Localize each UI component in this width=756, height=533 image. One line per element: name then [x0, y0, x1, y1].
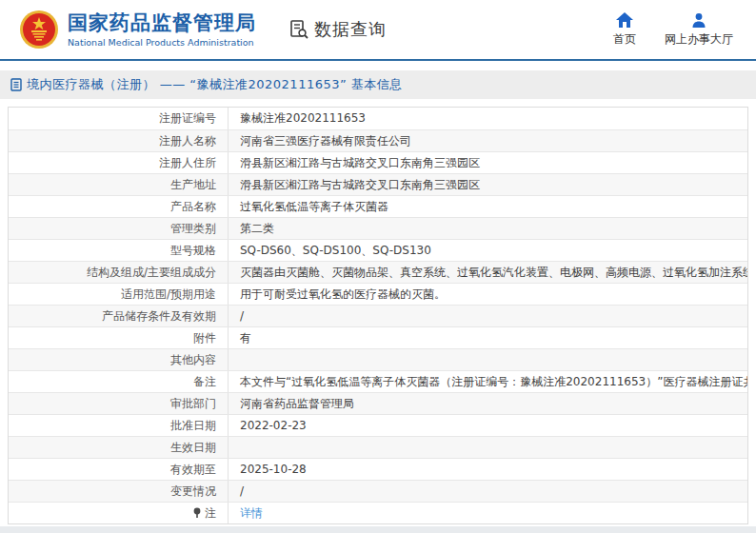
- document-search-icon: [288, 19, 309, 40]
- row-value: SQ-DS60、SQ-DS100、SQ-DS130: [240, 243, 431, 259]
- table-row: 生产地址 滑县新区湘江路与古城路交叉口东南角三强园区: [9, 173, 747, 195]
- row-label: 结构及组成/主要组成成分: [87, 265, 216, 281]
- row-label: 变更情况: [170, 484, 216, 500]
- nav-home[interactable]: 首页: [613, 12, 636, 48]
- row-value-cell: 滑县新区湘江路与古城路交叉口东南角三强园区: [228, 174, 747, 195]
- national-emblem-icon: [19, 10, 59, 49]
- row-value: 过氧化氢低温等离子体灭菌器: [240, 199, 388, 215]
- document-icon: [10, 78, 23, 91]
- row-label: 生产地址: [170, 177, 216, 193]
- row-value: 第二类: [240, 221, 274, 237]
- table-row: 产品名称 过氧化氢低温等离子体灭菌器: [9, 195, 747, 217]
- row-value-cell: /: [228, 481, 747, 502]
- row-label-cell: 注册证编号: [9, 108, 228, 129]
- row-label: 型号规格: [170, 243, 216, 259]
- row-value: 有: [240, 330, 251, 346]
- table-row: 其他内容: [9, 348, 747, 370]
- row-value-cell: 用于可耐受过氧化氢的医疗器械的灭菌。: [228, 284, 747, 305]
- row-value: 滑县新区湘江路与古城路交叉口东南角三强园区: [240, 177, 480, 193]
- table-row: 备注 本文件与“过氧化氢低温等离子体灭菌器（注册证编号：豫械注准20202111…: [9, 370, 747, 392]
- row-label-cell: 注册人住所: [9, 152, 228, 173]
- row-value: 灭菌器由灭菌舱、灭菌物品架、真空系统、过氧化氢汽化装置、电极网、高频电源、过氧化…: [240, 265, 747, 281]
- row-value: /: [240, 309, 244, 323]
- table-row: 生效日期: [9, 436, 747, 458]
- row-label: 备注: [193, 374, 216, 390]
- row-label-cell: 生产地址: [9, 174, 228, 195]
- row-label: 审批部门: [170, 396, 216, 412]
- home-icon: [616, 12, 633, 28]
- row-value-cell: [228, 349, 747, 370]
- row-label-cell: 型号规格: [9, 240, 228, 261]
- row-label-cell: 产品储存条件及有效期: [9, 306, 228, 326]
- table-row: 注 详情: [9, 502, 747, 523]
- table-row: 注册人住所 滑县新区湘江路与古城路交叉口东南角三强园区: [9, 151, 747, 173]
- row-value-cell: 灭菌器由灭菌舱、灭菌物品架、真空系统、过氧化氢汽化装置、电极网、高频电源、过氧化…: [228, 262, 747, 283]
- row-value-cell: /: [228, 306, 747, 326]
- row-value: 滑县新区湘江路与古城路交叉口东南角三强园区: [240, 155, 480, 171]
- row-label-cell: 产品名称: [9, 196, 228, 217]
- row-label-cell: 变更情况: [9, 481, 228, 502]
- table-row: 批准日期 2022-02-23: [9, 414, 747, 436]
- row-label-cell: 备注: [9, 371, 228, 392]
- row-label-cell: 有效期至: [9, 459, 228, 480]
- row-label: 适用范围/预期用途: [121, 286, 216, 303]
- breadcrumb: 境内医疗器械（注册） —— “豫械注准20202111653” 基本信息: [0, 70, 756, 99]
- data-query-nav[interactable]: 数据查询: [288, 18, 387, 41]
- row-value-cell: 滑县新区湘江路与古城路交叉口东南角三强园区: [228, 152, 747, 173]
- row-value-cell: 河南省三强医疗器械有限责任公司: [228, 130, 747, 151]
- row-value-cell: 河南省药品监督管理局: [228, 393, 747, 414]
- row-label-cell: 管理类别: [9, 218, 228, 239]
- detail-link[interactable]: 详情: [240, 505, 263, 522]
- row-value-cell: 豫械注准20202111653: [228, 108, 747, 129]
- row-label-cell: 审批部门: [9, 393, 228, 414]
- row-label-cell: 注: [9, 503, 228, 523]
- row-label: 其他内容: [170, 352, 216, 368]
- row-label-cell: 其他内容: [9, 349, 228, 370]
- row-label: 注册人名称: [159, 133, 216, 149]
- row-value-cell: 有: [228, 327, 747, 348]
- table-row: 管理类别 第二类: [9, 217, 747, 239]
- table-row: 适用范围/预期用途 用于可耐受过氧化氢的医疗器械的灭菌。: [9, 283, 747, 305]
- row-label: 有效期至: [170, 462, 216, 478]
- row-label-cell: 生效日期: [9, 437, 228, 458]
- table-row: 注册人名称 河南省三强医疗器械有限责任公司: [9, 129, 747, 151]
- site-title: 国家药品监督管理局: [68, 11, 256, 34]
- brand-text: 国家药品监督管理局 National Medical Products Admi…: [68, 11, 256, 47]
- row-value-cell: 详情: [228, 503, 747, 523]
- row-label: 注: [205, 505, 216, 522]
- row-label: 附件: [193, 330, 216, 346]
- site-subtitle: National Medical Products Administration: [68, 37, 256, 48]
- nav-online-hall[interactable]: 网上办事大厅: [665, 12, 733, 48]
- breadcrumb-text: 境内医疗器械（注册） —— “豫械注准20202111653” 基本信息: [27, 76, 403, 93]
- info-table: 注册证编号 豫械注准20202111653 注册人名称 河南省三强医疗器械有限责…: [8, 107, 748, 524]
- row-value-cell: [228, 437, 747, 458]
- person-icon: [691, 12, 706, 28]
- row-label: 批准日期: [170, 418, 216, 434]
- table-row: 注册证编号 豫械注准20202111653: [9, 108, 747, 129]
- top-nav: 首页 网上办事大厅: [613, 12, 739, 48]
- brand[interactable]: 国家药品监督管理局 National Medical Products Admi…: [19, 10, 256, 49]
- row-value: /: [240, 484, 244, 498]
- row-label-cell: 适用范围/预期用途: [9, 284, 228, 305]
- row-value-cell: 本文件与“过氧化氢低温等离子体灭菌器（注册证编号：豫械注准20202111653…: [228, 371, 747, 392]
- row-value-cell: 第二类: [228, 218, 747, 239]
- nav-online-hall-label: 网上办事大厅: [665, 31, 733, 48]
- table-row: 型号规格 SQ-DS60、SQ-DS100、SQ-DS130: [9, 239, 747, 261]
- table-row: 附件 有: [9, 326, 747, 348]
- row-value: 豫械注准20202111653: [240, 110, 366, 127]
- table-row: 结构及组成/主要组成成分 灭菌器由灭菌舱、灭菌物品架、真空系统、过氧化氢汽化装置…: [9, 261, 747, 283]
- row-value: 2022-02-23: [240, 419, 307, 432]
- row-label-cell: 附件: [9, 327, 228, 348]
- table-row: 审批部门 河南省药品监督管理局: [9, 392, 747, 414]
- row-label: 管理类别: [170, 221, 216, 237]
- row-value-cell: 过氧化氢低温等离子体灭菌器: [228, 196, 747, 217]
- row-label-cell: 结构及组成/主要组成成分: [9, 262, 228, 283]
- pin-icon: [192, 507, 202, 519]
- row-label-cell: 注册人名称: [9, 130, 228, 151]
- row-value-cell: 2022-02-23: [228, 415, 747, 436]
- row-value: 本文件与“过氧化氢低温等离子体灭菌器（注册证编号：豫械注准20202111653…: [240, 374, 747, 390]
- row-label: 产品名称: [170, 199, 216, 215]
- nav-home-label: 首页: [613, 31, 636, 48]
- row-label: 注册证编号: [159, 110, 216, 127]
- row-label: 注册人住所: [159, 155, 216, 171]
